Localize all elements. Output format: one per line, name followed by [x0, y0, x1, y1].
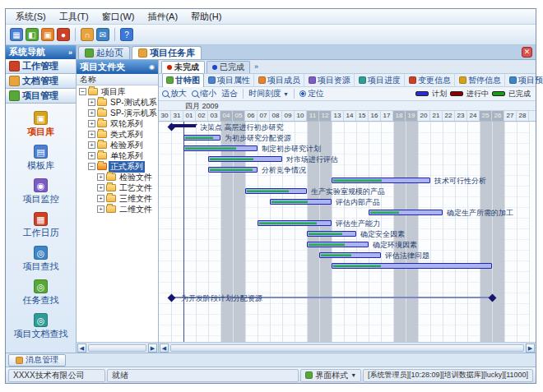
task-bar[interactable] — [270, 199, 332, 205]
tree-item[interactable]: −项目库 — [77, 86, 158, 97]
menu-item-tools[interactable]: 工具(T) — [53, 9, 95, 25]
menu-item-system[interactable]: 系统(S) — [9, 9, 53, 25]
window-manager-icon[interactable]: ▣ — [41, 28, 54, 41]
task-bar[interactable] — [307, 231, 356, 237]
task-bar[interactable] — [332, 263, 492, 269]
tree-toggle-icon[interactable]: + — [88, 152, 95, 159]
tree-item[interactable]: +检验系列 — [77, 140, 158, 150]
sidebar-item-work-calendar[interactable]: ▦工作日历 — [23, 212, 59, 239]
tree-toggle-icon[interactable]: + — [97, 195, 104, 202]
scroll-thumb[interactable] — [170, 344, 524, 352]
desktop-icon[interactable]: ▦ — [10, 28, 23, 41]
ready-label: 就绪 — [112, 370, 128, 381]
tree-horizontal-scrollbar[interactable]: ◀ ▶ — [77, 342, 158, 353]
task-bar[interactable] — [208, 167, 258, 173]
grid-line — [208, 122, 209, 342]
subtab-pause-info[interactable]: 暂停信息 — [456, 74, 505, 87]
tree-toggle-icon[interactable]: + — [88, 141, 95, 149]
sidebar-item-template-library[interactable]: ▤模板库 — [27, 145, 54, 172]
tree-item-label: SP-演示机系 — [109, 108, 158, 119]
filter-more-icon[interactable]: » — [254, 62, 258, 71]
subtab-project-progress[interactable]: 项目进度 — [355, 74, 405, 87]
tree-item[interactable]: +单轮系列 — [77, 150, 158, 161]
menu-item-plugins[interactable]: 插件(A) — [141, 9, 184, 25]
tree-item-label: 双轮系列 — [109, 118, 145, 130]
zoom-out-button[interactable]: 缩小 — [192, 88, 216, 99]
day-cell: 11 — [307, 111, 319, 121]
tree-toggle-icon[interactable]: + — [88, 109, 95, 117]
subtab-project-resources[interactable]: 项目资源 — [305, 74, 355, 87]
sidebar-collapse-icon[interactable]: » — [68, 48, 72, 57]
sidebar-item-project-search[interactable]: ◎项目查找 — [23, 246, 59, 273]
fit-button[interactable]: 适合 — [221, 88, 238, 99]
tree-item[interactable]: +三维文件 — [77, 193, 158, 204]
filter-tab-finished[interactable]: 已完成 — [207, 61, 250, 73]
subtab-project-budget[interactable]: 项目预算 — [506, 74, 543, 87]
milestone-icon[interactable] — [168, 294, 176, 302]
tree-item[interactable]: +工艺文件 — [77, 182, 158, 193]
tree-toggle-icon[interactable]: + — [97, 184, 104, 191]
subtab-change-info[interactable]: 变更信息 — [406, 74, 455, 87]
sidebar-item-project-doc-search[interactable]: ◎项目文档查找 — [14, 313, 68, 340]
timescale-dropdown[interactable]: 时间刻度▼ — [248, 88, 289, 99]
message-icon[interactable]: ✉ — [96, 28, 109, 41]
sidebar-section-project-management[interactable]: 项目管理 — [6, 89, 76, 104]
scroll-thumb[interactable] — [88, 344, 146, 352]
tab-start-page[interactable]: 起始页 — [78, 46, 130, 59]
task-bar[interactable] — [319, 252, 381, 258]
tree-toggle-icon[interactable]: − — [79, 88, 86, 95]
tab-project-task-library[interactable]: 项目任务库 — [132, 46, 202, 59]
menu-item-help[interactable]: 帮助(H) — [184, 9, 228, 25]
sidebar-section-document-management[interactable]: 文档管理 — [6, 74, 76, 89]
day-cell: 16 — [369, 111, 381, 121]
scroll-right-icon[interactable]: ▶ — [148, 344, 157, 353]
sidebar-item-task-search[interactable]: ◎任务查找 — [23, 279, 59, 307]
tree-item[interactable]: +检验文件 — [77, 172, 158, 182]
project-properties-icon — [208, 76, 216, 84]
subtab-project-properties[interactable]: 项目属性 — [205, 74, 254, 87]
tree-item[interactable]: −正式系列 — [77, 161, 158, 172]
day-cell: 28 — [517, 111, 529, 121]
tree-item[interactable]: +双轮系列 — [77, 118, 158, 129]
tree-item[interactable]: +类式系列 — [77, 129, 158, 140]
task-bar[interactable] — [307, 242, 369, 247]
pin-icon[interactable]: ◉ — [149, 63, 155, 71]
tree-toggle-icon[interactable]: + — [88, 120, 95, 127]
gantt-horizontal-scrollbar[interactable]: ◀ ▶ — [159, 342, 536, 353]
zoom-in-button[interactable]: 放大 — [162, 88, 187, 99]
subtab-project-members[interactable]: 项目成员 — [255, 74, 304, 87]
scroll-left-icon[interactable]: ◀ — [160, 344, 169, 353]
tree-toggle-icon[interactable]: + — [88, 99, 95, 106]
filter-tab-unfinished[interactable]: 未完成 — [161, 61, 205, 73]
close-tab-button[interactable]: ✕ — [522, 47, 532, 58]
subtab-gantt-chart[interactable]: 甘特图 — [162, 73, 204, 88]
tree-item[interactable]: +二维文件 — [77, 204, 158, 214]
month-header: 四月 2009 — [159, 101, 536, 111]
task-bar[interactable] — [258, 220, 332, 226]
menu-item-window[interactable]: 窗口(W) — [95, 9, 142, 25]
sidebar-section-work-management[interactable]: 工作管理 — [6, 59, 76, 74]
tree-toggle-icon[interactable]: + — [97, 173, 104, 181]
task-bar[interactable] — [369, 210, 443, 215]
task-bar[interactable] — [245, 188, 307, 194]
task-bar[interactable] — [183, 145, 258, 151]
task-bar[interactable] — [183, 135, 220, 141]
sidebar-item-project-library[interactable]: ▣项目库 — [27, 111, 54, 138]
sidebar-item-project-monitor[interactable]: ◉项目监控 — [23, 178, 59, 205]
tree-toggle-icon[interactable]: + — [97, 205, 104, 213]
task-bar[interactable] — [332, 178, 430, 183]
message-manager-tab[interactable]: 消息管理 — [8, 354, 66, 367]
task-bar[interactable] — [208, 156, 282, 162]
refresh-icon[interactable]: ● — [57, 28, 70, 41]
help-icon[interactable]: ? — [120, 28, 133, 41]
tree-toggle-icon[interactable]: − — [88, 163, 95, 170]
scroll-right-icon[interactable]: ▶ — [526, 344, 535, 353]
lock-icon[interactable]: ∩ — [81, 28, 94, 41]
explorer-icon[interactable]: ◧ — [26, 28, 39, 41]
tree-item[interactable]: +SP-演示机系 — [77, 108, 158, 118]
tree-item[interactable]: +SP-测试机系 — [77, 97, 158, 108]
tree-toggle-icon[interactable]: + — [88, 131, 95, 138]
scroll-left-icon[interactable]: ◀ — [77, 344, 86, 353]
ui-style-selector[interactable]: 界面样式 ▼ — [300, 369, 361, 382]
locate-button[interactable]: 定位 — [299, 88, 324, 99]
